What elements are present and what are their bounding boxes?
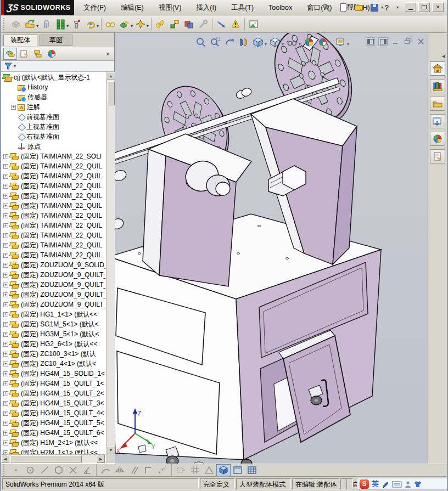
ime-keyboard-icon[interactable] <box>392 481 402 488</box>
open-caret[interactable]: ▾ <box>366 2 368 13</box>
doc-close-button[interactable] <box>416 37 425 46</box>
scroll-right-button[interactable]: ▶ <box>97 455 105 463</box>
tree-root[interactable]: cjj (默认<默认_显示状态-1 <box>1 72 105 82</box>
assembly-visualization-button[interactable] <box>228 17 243 31</box>
expand-plus-icon[interactable] <box>3 450 8 455</box>
tree-item[interactable]: (固定) HG1_1<1> (默认<< <box>1 309 105 319</box>
minimize-button[interactable] <box>405 2 416 12</box>
expand-plus-icon[interactable] <box>3 371 8 376</box>
view-settings-caret[interactable]: ▾ <box>347 42 349 47</box>
expand-plus-icon[interactable] <box>3 391 8 396</box>
edit-component-button[interactable] <box>117 17 132 31</box>
expand-plus-icon[interactable] <box>3 431 8 436</box>
displaymanager-tab[interactable] <box>44 48 58 60</box>
tree-item[interactable]: (固定) TAIMIANM_22_QUIL <box>1 211 105 221</box>
expand-plus-icon[interactable] <box>3 164 8 169</box>
tree-item[interactable]: (固定) HG4M_15_QUILT_4< <box>1 408 105 418</box>
tree-item[interactable]: (固定) TAIMIANM_22_QUIL <box>1 181 105 191</box>
tree-item[interactable]: (固定) HG4M_15_SOLID_1< <box>1 369 105 379</box>
file-explorer-tab[interactable] <box>430 97 445 111</box>
new-document-button[interactable] <box>338 2 349 13</box>
tree-item[interactable]: (固定) HG4M_15_QUILT_6< <box>1 428 105 438</box>
horizontal-scroll-thumb[interactable] <box>10 455 82 462</box>
measure-button[interactable] <box>214 17 228 31</box>
expand-plus-icon[interactable] <box>3 292 8 297</box>
rotate-component-caret[interactable]: ▾ <box>97 24 99 29</box>
expand-plus-icon[interactable] <box>3 441 8 445</box>
zoom-to-fit-button[interactable] <box>194 36 207 48</box>
edit-component-caret[interactable]: ▾ <box>131 24 133 29</box>
expand-plus-icon[interactable] <box>3 273 8 278</box>
sketch-toolbar-grip[interactable] <box>3 464 7 476</box>
scroll-left-button[interactable]: ◀ <box>1 455 9 463</box>
search-icon[interactable] <box>323 4 331 12</box>
expand-plus-icon[interactable] <box>3 213 8 218</box>
toolbar-grip[interactable] <box>3 18 7 30</box>
view-orientation-caret[interactable]: ▾ <box>265 42 267 47</box>
tree-item[interactable]: (固定) ZOUZUOM_9_QUILT_ <box>1 270 105 280</box>
menu-view[interactable]: 视图(V) <box>159 3 182 13</box>
sogou-logo-icon[interactable]: S <box>360 479 369 489</box>
expand-plus-icon[interactable] <box>3 243 8 248</box>
menu-toolbox[interactable]: Toolbox <box>268 4 292 12</box>
tree-item[interactable]: (固定) ZC10_4<1> (默认< <box>1 359 105 369</box>
tree-item[interactable]: History <box>1 82 105 92</box>
tree-item[interactable]: (固定) TAIMIANM_22_QUIL <box>1 161 105 171</box>
menu-tools[interactable]: 工具(T) <box>231 3 254 13</box>
expand-plus-icon[interactable] <box>3 184 8 189</box>
tree-item[interactable]: (固定) TAIMIANM_22_QUIL <box>1 240 105 250</box>
filter-funnel-icon[interactable] <box>4 62 13 70</box>
tree-item[interactable]: (固定) TAIMIANM_22_QUIL <box>1 191 105 201</box>
expand-plus-icon[interactable] <box>3 381 8 386</box>
save-caret[interactable]: ▾ <box>381 2 383 13</box>
expand-plus-icon[interactable] <box>3 332 8 337</box>
task-pane-collapse-arrow[interactable]: ◀ <box>442 54 445 59</box>
menu-edit[interactable]: 编辑(E) <box>121 3 144 13</box>
tree-item[interactable]: 上视基准面 <box>1 122 105 132</box>
solidworks-resources-tab[interactable] <box>430 61 445 76</box>
tree-item[interactable]: (固定) TAIMIANM_22_SOLI <box>1 151 105 161</box>
tree-item[interactable]: (固定) SG1M_5<1> (默认< <box>1 319 105 329</box>
tree-item[interactable]: 传感器 <box>1 92 105 102</box>
tree-item[interactable]: (固定) HG4M_15_QUILT_1< <box>1 379 105 388</box>
tree-item[interactable]: (固定) TAIMIANM_22_QUIL <box>1 221 105 230</box>
scroll-up-button[interactable]: ▲ <box>107 72 115 80</box>
ime-language-toggle[interactable]: 英 <box>372 479 379 489</box>
tree-item[interactable]: (固定) ZOUZUOM_9_QUILT_ <box>1 280 105 290</box>
apply-scene-caret[interactable]: ▾ <box>330 42 332 47</box>
display-style-caret[interactable]: ▾ <box>282 42 284 47</box>
expand-plus-icon[interactable] <box>3 401 8 406</box>
pane-right-button[interactable] <box>378 37 388 46</box>
shaded-sketch-contours-toggle[interactable] <box>216 464 231 476</box>
tree-item[interactable]: (固定) HG3M_5<1> (默认< <box>1 329 105 339</box>
expand-plus-icon[interactable] <box>3 233 8 238</box>
menu-insert[interactable]: 插入(I) <box>196 3 216 13</box>
tree-vertical-scrollbar[interactable]: ▲ ▼ <box>106 72 115 454</box>
expand-plus-icon[interactable] <box>3 174 8 179</box>
expand-plus-icon[interactable] <box>3 223 8 228</box>
tree-item[interactable]: (固定) TAIMIANM_22_QUIL <box>1 201 105 211</box>
reference-geometry-button[interactable] <box>133 17 148 31</box>
viewport-pane-toggle[interactable] <box>231 464 245 476</box>
expand-plus-icon[interactable] <box>11 105 16 110</box>
configurationmanager-tab[interactable] <box>31 48 44 60</box>
expand-plus-icon[interactable] <box>3 302 8 307</box>
expand-plus-icon[interactable] <box>3 154 8 159</box>
tab-assembly[interactable]: 装配体 <box>3 35 37 46</box>
view-settings-button[interactable] <box>334 36 346 48</box>
ime-pen-icon[interactable] <box>382 480 389 488</box>
expand-plus-icon[interactable] <box>3 263 8 268</box>
mate-button[interactable] <box>39 17 53 31</box>
section-view-button[interactable] <box>237 36 250 48</box>
tree-item[interactable]: (固定) ZOUZUOM_9_QUILT_ <box>1 290 105 300</box>
ime-skin-shirt-icon[interactable] <box>414 481 422 488</box>
hide-show-items-caret[interactable]: ▾ <box>299 42 301 47</box>
expand-plus-icon[interactable] <box>3 421 8 426</box>
tree-item[interactable]: (固定) ZC100_3<1> (默认 <box>1 349 105 359</box>
apply-scene-button[interactable] <box>317 36 329 48</box>
menu-file[interactable]: 文件(F) <box>83 3 106 13</box>
pane-left-button[interactable] <box>366 37 375 46</box>
tree-item[interactable]: (固定) TAIMIANM_22_QUIL <box>1 250 105 260</box>
scroll-down-button[interactable]: ▼ <box>107 446 115 454</box>
propertymanager-tab[interactable] <box>17 48 31 60</box>
